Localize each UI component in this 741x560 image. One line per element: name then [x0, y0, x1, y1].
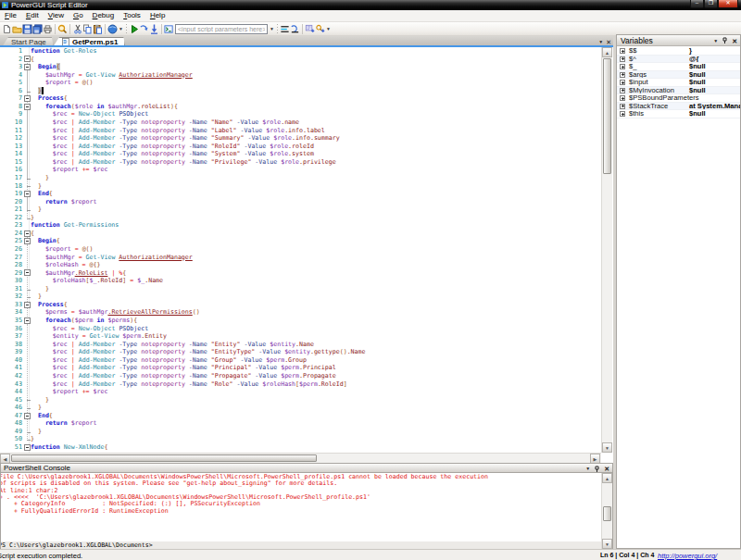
expand-plus-icon[interactable]	[620, 72, 625, 78]
menu-edit[interactable]: Edit	[21, 10, 44, 21]
expand-plus-icon[interactable]	[620, 104, 625, 109]
menu-go[interactable]: Go	[69, 10, 88, 21]
run-script-icon[interactable]	[129, 23, 139, 35]
zoom-select-icon[interactable]	[315, 23, 325, 35]
editor-scrollbar-thumb[interactable]	[603, 58, 611, 174]
line-number: 10	[0, 118, 22, 127]
menu-tools[interactable]: Tools	[119, 10, 145, 21]
cursor-position-indicator: Ln 6 | Col 4 | Ch 4	[600, 552, 654, 558]
powershell-console-icon[interactable]	[164, 23, 174, 35]
expand-plus-icon[interactable]	[620, 88, 625, 93]
expand-plus-icon[interactable]	[620, 80, 625, 85]
restore-button[interactable]: ❐	[704, 0, 718, 8]
variable-row[interactable]: $input$null	[617, 79, 740, 87]
line-number: 15	[0, 158, 22, 167]
line-number: 12	[0, 134, 22, 143]
copy-icon[interactable]	[82, 23, 93, 35]
variables-close-icon[interactable]: ✕	[732, 37, 737, 45]
line-number: 5	[0, 79, 22, 87]
menu-debug[interactable]: Debug	[88, 10, 119, 21]
variables-pin-icon[interactable]	[722, 37, 728, 44]
fold-collapse-icon[interactable]	[24, 191, 31, 197]
variable-row[interactable]: $$}	[617, 47, 740, 56]
console-prompt: PS C:\Users\glazebrook1.XGLOBAL\Document…	[0, 541, 153, 549]
step-into-icon[interactable]	[149, 23, 159, 35]
help-sphere-icon[interactable]	[107, 23, 118, 35]
variable-row[interactable]: $MyInvocation$null	[617, 87, 740, 95]
console-prompt-row[interactable]: PS C:\Users\glazebrook1.XGLOBAL\Document…	[1, 541, 601, 549]
save-icon[interactable]	[22, 23, 32, 35]
console-pin-icon[interactable]	[594, 466, 600, 473]
editor-hscrollbar-thumb[interactable]	[11, 454, 317, 462]
scroll-down-arrow-icon[interactable]: ▼	[602, 442, 612, 453]
wrap-line-icon[interactable]	[290, 23, 300, 35]
line-number: 13	[0, 143, 22, 151]
fold-collapse-icon[interactable]	[24, 56, 31, 62]
fold-collapse-icon[interactable]	[24, 317, 31, 324]
fold-collapse-icon[interactable]	[24, 230, 31, 237]
code-text: End{	[31, 190, 53, 198]
variable-row[interactable]: $this$null	[617, 110, 740, 118]
fold-end-marker	[24, 286, 31, 292]
print-icon[interactable]	[43, 23, 53, 35]
paste-icon[interactable]	[93, 23, 103, 35]
variable-row[interactable]: $StackTraceat System.Managemen	[617, 103, 740, 111]
console-close-icon[interactable]: ✕	[604, 465, 609, 473]
scroll-up-arrow-icon[interactable]: ▲	[602, 473, 612, 483]
save-all-icon[interactable]	[32, 23, 43, 35]
run-selection-icon[interactable]	[139, 23, 149, 35]
minimize-button[interactable]: –	[690, 0, 704, 8]
cut-icon[interactable]	[72, 23, 82, 35]
menu-file[interactable]: File	[0, 10, 21, 21]
open-folder-icon[interactable]	[12, 23, 22, 35]
toolbar-dropdown-arrow-icon[interactable]: ▼	[269, 26, 275, 31]
menu-help[interactable]: Help	[145, 10, 170, 21]
variable-row[interactable]: $args$null	[617, 71, 740, 80]
fold-collapse-icon[interactable]	[24, 302, 31, 308]
variable-row[interactable]: $^@{	[617, 56, 740, 64]
expand-plus-icon[interactable]	[620, 111, 625, 117]
code-text: $rec | Add-Member -Type noteproperty -Na…	[31, 143, 314, 151]
powershell-console[interactable]: PS C:\Users\glazebrook1.XGLOBAL\Document…	[0, 473, 613, 549]
variable-row[interactable]: $PSBoundParameters	[617, 94, 740, 103]
toolbar-dropdown-arrow-icon[interactable]: ▼	[118, 26, 124, 31]
variables-panel-header: Variables ▼ ✕	[617, 35, 740, 46]
console-scrollbar-thumb[interactable]	[603, 506, 611, 521]
expand-plus-icon[interactable]	[620, 64, 625, 69]
find-icon[interactable]	[57, 23, 68, 35]
code-text: Process{	[31, 94, 68, 103]
new-file-icon[interactable]	[2, 23, 12, 35]
powergui-website-link[interactable]: http://powergui.org/	[658, 552, 717, 560]
line-number: 9	[0, 110, 22, 118]
scroll-up-arrow-icon[interactable]: ▲	[602, 47, 612, 57]
code-editor[interactable]: 1function Get-Roles2{3Begin{4$authMgr = …	[0, 47, 613, 453]
expand-plus-icon[interactable]	[620, 56, 625, 62]
fold-collapse-icon[interactable]	[24, 238, 31, 244]
editor-vertical-scrollbar[interactable]: ▲ ▼	[601, 47, 612, 453]
menu-view[interactable]: View	[44, 10, 69, 21]
close-button[interactable]: ✕	[718, 0, 738, 8]
variables-dropdown-icon[interactable]: ▼	[713, 37, 718, 45]
expand-plus-icon[interactable]	[620, 48, 625, 54]
code-text: }	[31, 182, 42, 191]
code-text: Begin{	[31, 237, 60, 245]
code-text: {	[31, 56, 34, 64]
editor-horizontal-scrollbar[interactable]: ◀ ▶	[0, 453, 601, 463]
scroll-down-arrow-icon[interactable]: ▼	[602, 539, 612, 549]
fold-collapse-icon[interactable]	[24, 95, 31, 102]
script-parameters-input[interactable]	[175, 24, 268, 34]
expand-plus-icon[interactable]	[620, 95, 625, 101]
fold-collapse-icon[interactable]	[24, 413, 31, 419]
toolbar-dropdown-arrow-icon[interactable]: ▼	[325, 26, 332, 31]
snippet-grid-icon[interactable]	[305, 23, 315, 35]
variable-row[interactable]: $_$null	[617, 63, 740, 71]
fold-collapse-icon[interactable]	[24, 269, 31, 276]
line-number: 45	[0, 396, 22, 404]
line-list-icon[interactable]	[280, 23, 290, 35]
fold-collapse-icon[interactable]	[24, 64, 31, 70]
console-dropdown-icon[interactable]: ▼	[585, 465, 590, 473]
editor-line[interactable]: 51function New-XmlNode{	[0, 443, 602, 452]
console-vertical-scrollbar[interactable]: ▲ ▼	[601, 473, 612, 549]
fold-collapse-icon[interactable]	[24, 104, 31, 110]
fold-collapse-icon[interactable]	[24, 444, 31, 451]
